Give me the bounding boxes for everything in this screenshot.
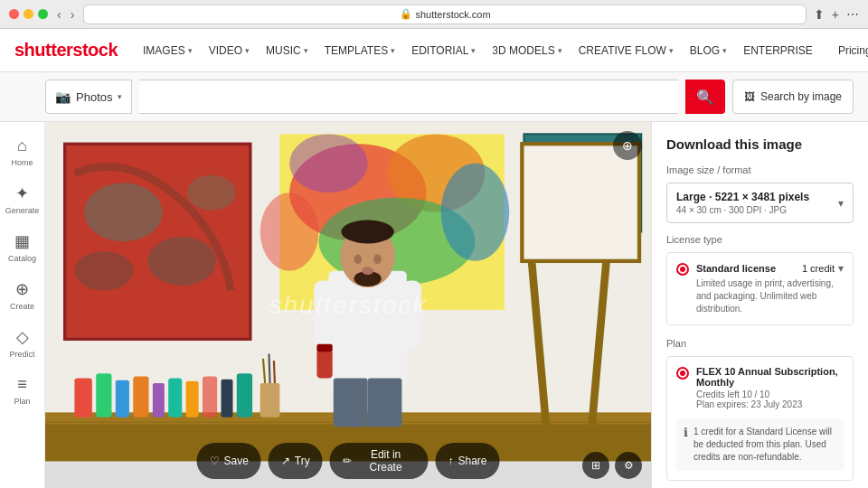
license-dropdown-arrow: ▾ bbox=[838, 262, 844, 275]
svg-rect-36 bbox=[401, 280, 421, 349]
svg-rect-38 bbox=[368, 379, 402, 427]
traffic-lights bbox=[9, 9, 48, 19]
maximize-button[interactable] bbox=[38, 9, 48, 19]
svg-line-32 bbox=[269, 354, 269, 383]
svg-rect-50 bbox=[522, 144, 639, 261]
share-icon: ↑ bbox=[448, 455, 453, 467]
grid-view-button[interactable]: ⊞ bbox=[582, 452, 609, 479]
nav-images[interactable]: IMAGES▾ bbox=[136, 41, 200, 61]
logo[interactable]: shutterstock bbox=[14, 40, 118, 61]
camera-icon: 🖼 bbox=[744, 90, 755, 103]
radio-dot-inner bbox=[680, 267, 685, 272]
license-option[interactable]: Standard license 1 credit ▾ Limited usag… bbox=[666, 252, 854, 325]
svg-point-6 bbox=[187, 175, 236, 211]
logo-text: shutterstock bbox=[14, 40, 118, 61]
svg-point-5 bbox=[74, 251, 133, 290]
pricing-link[interactable]: Pricing▾ bbox=[838, 44, 868, 57]
edit-in-create-button[interactable]: ✏ Edit in Create bbox=[330, 443, 429, 479]
license-details: Standard license 1 credit ▾ Limited usag… bbox=[696, 262, 844, 315]
nav-right: Pricing▾ ♡ 🛒 👤 bbox=[838, 42, 868, 59]
sidebar-item-catalog[interactable]: ▦ Catalog bbox=[0, 224, 44, 270]
try-icon: ↗ bbox=[281, 455, 290, 467]
search-input[interactable] bbox=[139, 80, 677, 114]
save-button[interactable]: ♡ Save bbox=[197, 443, 261, 479]
svg-rect-27 bbox=[203, 376, 217, 417]
format-selector[interactable]: Large · 5221 × 3481 pixels 44 × 30 cm · … bbox=[666, 183, 854, 223]
svg-rect-24 bbox=[153, 383, 165, 418]
new-tab-icon[interactable]: + bbox=[832, 7, 839, 22]
sidebar-item-plan[interactable]: ≡ Plan bbox=[0, 368, 44, 413]
svg-line-33 bbox=[274, 361, 275, 383]
share-browser-icon[interactable]: ⬆ bbox=[814, 7, 825, 22]
plan-icon: ≡ bbox=[17, 375, 27, 394]
svg-rect-23 bbox=[133, 376, 148, 417]
info-text: 1 credit for a Standard License will be … bbox=[693, 426, 836, 464]
plan-name: FLEX 10 Annual Subscription, Monthly bbox=[696, 366, 844, 388]
try-button[interactable]: ↗ Try bbox=[269, 443, 323, 479]
format-details: Large · 5221 × 3481 pixels 44 × 30 cm · … bbox=[676, 191, 809, 215]
nav-blog[interactable]: BLOG▾ bbox=[683, 41, 734, 61]
plan-header: FLEX 10 Annual Subscription, Monthly Cre… bbox=[676, 366, 844, 409]
zoom-button[interactable]: ⊕ bbox=[613, 131, 642, 160]
bottom-icon-group: ⊞ ⚙ bbox=[582, 452, 642, 479]
license-description: Limited usage in print, advertising, and… bbox=[696, 277, 844, 315]
plan-label: Plan bbox=[666, 338, 854, 349]
svg-rect-45 bbox=[316, 349, 332, 378]
nav-enterprise[interactable]: ENTERPRISE bbox=[736, 41, 820, 61]
info-icon: ℹ bbox=[684, 426, 688, 464]
plan-radio bbox=[676, 367, 689, 380]
nav-creative-flow[interactable]: CREATIVE FLOW▾ bbox=[571, 41, 681, 61]
search-button[interactable]: 🔍 bbox=[685, 80, 725, 114]
sidebar-item-generate[interactable]: ✦ Generate bbox=[0, 176, 44, 222]
right-panel: Download this image Image size / format … bbox=[651, 122, 868, 488]
svg-rect-34 bbox=[328, 271, 406, 389]
svg-point-42 bbox=[354, 254, 362, 264]
browser-navigation: ‹ › bbox=[55, 7, 76, 22]
save-icon: ♡ bbox=[210, 455, 220, 467]
svg-rect-1 bbox=[65, 144, 250, 339]
svg-point-44 bbox=[362, 267, 373, 275]
search-by-image-button[interactable]: 🖼 Search by image bbox=[732, 80, 854, 114]
sidebar-item-home[interactable]: ⌂ Home bbox=[0, 129, 44, 174]
nav-3d-models[interactable]: 3D MODELS▾ bbox=[485, 41, 569, 61]
forward-button[interactable]: › bbox=[69, 7, 77, 22]
sidebar-item-predict[interactable]: ◇ Predict bbox=[0, 320, 44, 366]
zoom-icon: ⊕ bbox=[622, 138, 633, 153]
info-box: ℹ 1 credit for a Standard License will b… bbox=[676, 418, 844, 471]
search-icon: 🔍 bbox=[696, 89, 714, 106]
close-button[interactable] bbox=[9, 9, 19, 19]
address-bar[interactable]: 🔒 shutterstock.com bbox=[83, 5, 806, 24]
plan-expires: Plan expires: 23 July 2023 bbox=[696, 399, 844, 409]
search-type-selector[interactable]: 📷 Photos ▾ bbox=[45, 80, 132, 114]
back-button[interactable]: ‹ bbox=[55, 7, 63, 22]
predict-icon: ◇ bbox=[16, 327, 29, 347]
settings-icon: ⚙ bbox=[624, 459, 634, 472]
svg-rect-22 bbox=[116, 380, 129, 418]
svg-rect-46 bbox=[316, 344, 332, 352]
svg-point-12 bbox=[441, 164, 510, 261]
settings-button[interactable]: ⚙ bbox=[615, 452, 642, 479]
sidebar: ⌂ Home ✦ Generate ▦ Catalog ⊕ Create ◇ P… bbox=[0, 122, 45, 488]
generate-icon: ✦ bbox=[15, 183, 29, 203]
license-name: Standard license bbox=[696, 263, 776, 274]
svg-rect-20 bbox=[74, 379, 91, 418]
size-label: Image size / format bbox=[666, 164, 854, 175]
svg-point-3 bbox=[84, 183, 162, 241]
svg-point-4 bbox=[147, 237, 216, 286]
minimize-button[interactable] bbox=[24, 9, 33, 19]
lock-icon: 🔒 bbox=[400, 8, 412, 20]
plan-credits: Credits left 10 / 10 bbox=[696, 389, 844, 399]
extensions-icon[interactable]: ⋯ bbox=[846, 7, 859, 22]
nav-editorial[interactable]: EDITORIAL▾ bbox=[404, 41, 483, 61]
nav-video[interactable]: VIDEO▾ bbox=[202, 41, 257, 61]
license-radio bbox=[676, 263, 689, 276]
svg-point-43 bbox=[373, 254, 382, 264]
share-button[interactable]: ↑ Share bbox=[435, 443, 499, 479]
catalog-icon: ▦ bbox=[14, 231, 30, 251]
nav-templates[interactable]: TEMPLATES▾ bbox=[317, 41, 402, 61]
format-sub-details: 44 × 30 cm · 300 DPI · JPG bbox=[676, 205, 809, 215]
plan-radio-inner bbox=[680, 371, 685, 376]
svg-rect-35 bbox=[314, 280, 334, 349]
sidebar-item-create[interactable]: ⊕ Create bbox=[0, 272, 44, 318]
nav-music[interactable]: MUSIC▾ bbox=[259, 41, 316, 61]
